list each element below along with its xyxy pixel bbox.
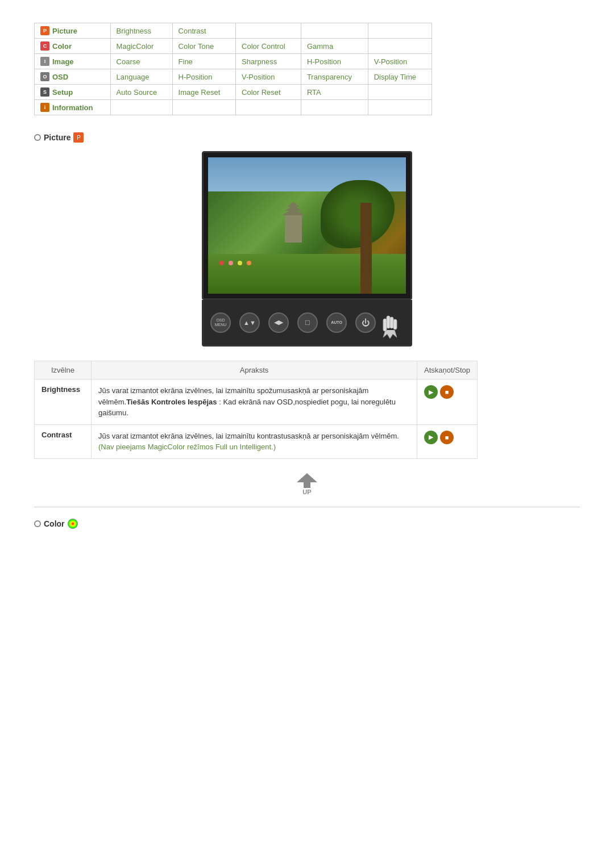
- pagoda-base: [285, 214, 302, 243]
- section-divider: [34, 507, 580, 507]
- nav-link-magiccolor[interactable]: MagicColor: [117, 42, 154, 51]
- nav-link-transparency[interactable]: Transparency: [307, 73, 352, 81]
- garden-flowers: [219, 261, 251, 265]
- nav-item-V-Position[interactable]: V-Position: [368, 54, 432, 69]
- up-arrow-container: UP: [34, 473, 580, 495]
- monitor-btn-power[interactable]: ⏻: [355, 312, 376, 333]
- nav-item-Color Control[interactable]: Color Control: [236, 39, 301, 54]
- nav-item-Contrast[interactable]: Contrast: [172, 23, 235, 39]
- nav-item-Gamma[interactable]: Gamma: [301, 39, 368, 54]
- garden-foliage: [321, 180, 395, 248]
- flower-orange: [247, 261, 251, 265]
- up-arrow-head: [297, 473, 317, 482]
- navigation-table: PPictureBrightnessContrastCColorMagicCol…: [34, 23, 432, 115]
- monitor-btn-auto[interactable]: AUTO: [326, 312, 347, 333]
- nav-item-V-Position[interactable]: V-Position: [236, 69, 301, 85]
- nav-category-information[interactable]: iInformation: [35, 100, 111, 115]
- nav-item-empty-4: [368, 100, 432, 115]
- nav-category-picture[interactable]: PPicture: [35, 23, 111, 39]
- nav-icon-information: i: [40, 103, 49, 112]
- desc-label-brightness: Brightness: [35, 379, 92, 425]
- nav-item-empty-4: [368, 39, 432, 54]
- nav-category-image[interactable]: IImage: [35, 54, 111, 69]
- nav-link-fine[interactable]: Fine: [179, 57, 193, 66]
- nav-item-empty-3: [301, 23, 368, 39]
- nav-icon-setup: S: [40, 87, 49, 97]
- stop-btn-contrast[interactable]: ■: [440, 431, 454, 444]
- nav-item-Brightness[interactable]: Brightness: [110, 23, 172, 39]
- nav-item-Fine[interactable]: Fine: [172, 54, 235, 69]
- monitor-btn-menu[interactable]: OSDMENU: [210, 312, 231, 333]
- nav-item-empty-3: [301, 100, 368, 115]
- nav-icon-osd: O: [40, 72, 49, 81]
- nav-link-v-position[interactable]: V-Position: [374, 57, 408, 66]
- nav-link-color[interactable]: Color: [52, 42, 72, 51]
- nav-link-display-time[interactable]: Display Time: [374, 73, 416, 81]
- nav-link-color-tone[interactable]: Color Tone: [179, 42, 214, 51]
- desc-text-brightness: Jūs varat izmantot ekrāna izvēlnes, lai …: [92, 379, 417, 425]
- desc-label-contrast: Contrast: [35, 424, 92, 458]
- hand-cursor-indicator: [379, 310, 401, 340]
- nav-link-contrast[interactable]: Contrast: [179, 27, 206, 35]
- monitor-screen: [208, 157, 406, 294]
- nav-item-H-Position[interactable]: H-Position: [301, 54, 368, 69]
- stop-btn-brightness[interactable]: ■: [440, 385, 454, 399]
- nav-category-osd[interactable]: OOSD: [35, 69, 111, 85]
- nav-item-Coarse[interactable]: Coarse: [110, 54, 172, 69]
- up-label: UP: [302, 489, 311, 495]
- nav-item-Image Reset[interactable]: Image Reset: [172, 85, 235, 100]
- nav-link-gamma[interactable]: Gamma: [307, 42, 333, 51]
- nav-link-h-position[interactable]: H-Position: [179, 73, 213, 81]
- monitor-btn-updown[interactable]: ▲▼: [239, 312, 260, 333]
- garden-tree-trunk: [360, 203, 372, 294]
- nav-icon-image: I: [40, 57, 49, 66]
- nav-link-language[interactable]: Language: [117, 73, 150, 81]
- nav-item-H-Position[interactable]: H-Position: [172, 69, 235, 85]
- nav-item-empty-1: [172, 100, 235, 115]
- color-section-title: Color: [34, 519, 580, 529]
- nav-link-brightness[interactable]: Brightness: [117, 27, 151, 35]
- col-header-menu: Izvēlne: [35, 361, 92, 379]
- col-header-play: Atskaņot/Stop: [417, 361, 478, 379]
- nav-link-rta[interactable]: RTA: [307, 88, 321, 97]
- nav-item-Color Reset[interactable]: Color Reset: [236, 85, 301, 100]
- nav-link-image[interactable]: Image: [52, 57, 74, 66]
- nav-item-MagicColor[interactable]: MagicColor: [110, 39, 172, 54]
- svg-rect-2: [390, 317, 393, 328]
- up-arrow-body: [304, 482, 310, 488]
- nav-link-color-reset[interactable]: Color Reset: [242, 88, 281, 97]
- nav-category-color[interactable]: CColor: [35, 39, 111, 54]
- nav-item-Auto Source[interactable]: Auto Source: [110, 85, 172, 100]
- play-btn-contrast[interactable]: ▶: [424, 431, 438, 444]
- nav-icon-color: C: [40, 41, 49, 51]
- monitor-btn-select[interactable]: □: [297, 312, 318, 333]
- nav-item-Transparency[interactable]: Transparency: [301, 69, 368, 85]
- nav-link-setup[interactable]: Setup: [52, 88, 73, 97]
- play-btn-brightness[interactable]: ▶: [424, 385, 438, 399]
- nav-item-Language[interactable]: Language: [110, 69, 172, 85]
- flower-pink: [229, 261, 233, 265]
- nav-item-Color Tone[interactable]: Color Tone: [172, 39, 235, 54]
- nav-category-setup[interactable]: SSetup: [35, 85, 111, 100]
- nav-link-sharpness[interactable]: Sharpness: [242, 57, 277, 66]
- nav-link-color-control[interactable]: Color Control: [242, 42, 285, 51]
- nav-item-Sharpness[interactable]: Sharpness: [236, 54, 301, 69]
- nav-link-auto-source[interactable]: Auto Source: [117, 88, 157, 97]
- nav-item-Display Time[interactable]: Display Time: [368, 69, 432, 85]
- nav-item-empty-0: [110, 100, 172, 115]
- nav-link-h-position[interactable]: H-Position: [307, 57, 341, 66]
- description-table: Izvēlne Apraksts Atskaņot/Stop Brightnes…: [34, 361, 478, 459]
- nav-link-osd[interactable]: OSD: [52, 73, 68, 81]
- svg-rect-0: [383, 319, 387, 331]
- nav-item-RTA[interactable]: RTA: [301, 85, 368, 100]
- nav-link-coarse[interactable]: Coarse: [117, 57, 140, 66]
- monitor-btn-leftright[interactable]: ◀▶: [268, 312, 289, 333]
- nav-link-information[interactable]: Information: [52, 103, 93, 112]
- radio-dot: [34, 134, 41, 141]
- desc-link-contrast[interactable]: (Nav pieejams MagicColor režīmos Full un…: [98, 443, 276, 451]
- nav-item-empty-4: [368, 23, 432, 39]
- pagoda-roof3: [287, 202, 300, 207]
- nav-link-v-position[interactable]: V-Position: [242, 73, 275, 81]
- nav-link-image-reset[interactable]: Image Reset: [179, 88, 221, 97]
- nav-link-picture[interactable]: Picture: [52, 27, 77, 35]
